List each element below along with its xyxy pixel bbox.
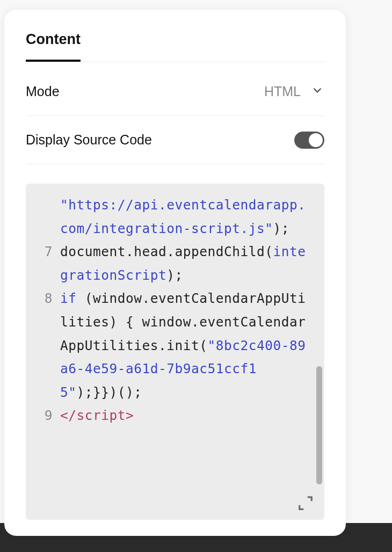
tab-content[interactable]: Content — [26, 31, 81, 62]
code-content: "https://api.eventcalendarapp.com/integr… — [26, 184, 324, 437]
line-content: if (window.eventCalendarAppUtilities) { … — [60, 287, 311, 404]
line-number: 7 — [30, 240, 60, 264]
mode-select[interactable]: HTML — [264, 83, 324, 100]
line-content: </script> — [60, 404, 311, 427]
code-line: 8if (window.eventCalendarAppUtilities) {… — [30, 287, 311, 404]
content-panel: Content Mode HTML Display Source Code "h… — [4, 10, 346, 536]
display-source-row: Display Source Code — [26, 116, 324, 164]
code-line: "https://api.eventcalendarapp.com/integr… — [30, 193, 311, 240]
display-source-label: Display Source Code — [26, 132, 152, 148]
line-number: 9 — [30, 404, 60, 427]
code-scrollbar-thumb[interactable] — [316, 366, 322, 484]
expand-icon[interactable] — [297, 495, 314, 511]
line-content: "https://api.eventcalendarapp.com/integr… — [60, 193, 311, 240]
mode-value: HTML — [264, 84, 301, 99]
code-line: 9</script> — [30, 404, 311, 427]
code-scroll: "https://api.eventcalendarapp.com/integr… — [26, 184, 324, 520]
display-source-toggle[interactable] — [294, 132, 324, 149]
code-editor[interactable]: "https://api.eventcalendarapp.com/integr… — [26, 184, 324, 520]
mode-row: Mode HTML — [26, 68, 324, 116]
line-number: 8 — [30, 287, 60, 310]
line-content: document.head.appendChild(integrationScr… — [60, 240, 311, 287]
chevron-down-icon — [310, 83, 324, 100]
mode-label: Mode — [26, 84, 60, 99]
code-line: 7document.head.appendChild(integrationSc… — [30, 240, 311, 287]
tabs-bar: Content — [26, 31, 324, 62]
